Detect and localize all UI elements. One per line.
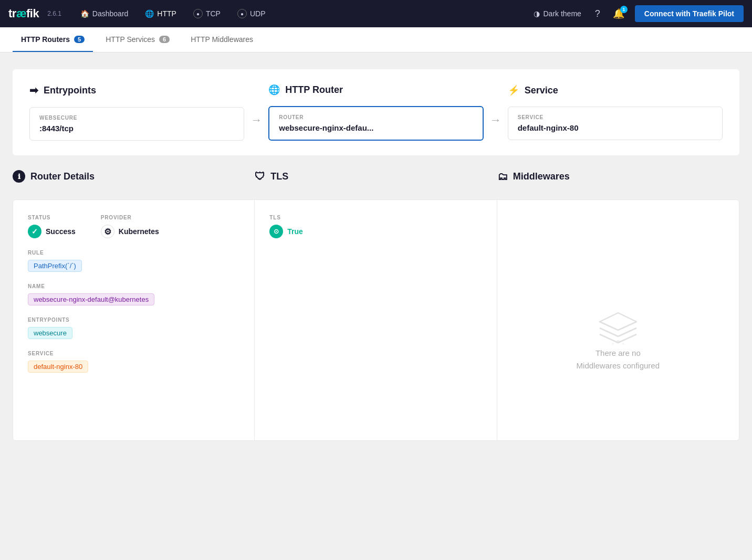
middlewares-header: 🗂 Middlewares bbox=[497, 170, 739, 183]
section-titles-row: ℹ Router Details 🛡 TLS 🗂 Middlewares bbox=[13, 170, 739, 191]
router-details-header: ℹ Router Details bbox=[13, 170, 255, 183]
middlewares-panel: There are no Middlewares configured bbox=[497, 199, 739, 441]
nav-http[interactable]: 🌐 HTTP bbox=[139, 6, 183, 21]
tls-panel: TLS ⊙ True bbox=[255, 199, 497, 441]
panels-row: STATUS ✓ Success PROVIDER ⚙ Kubernetes R… bbox=[13, 199, 739, 441]
services-count-badge: 6 bbox=[159, 36, 170, 43]
service-tag: default-nginx-80 bbox=[28, 361, 88, 373]
nav-tcp[interactable]: ● TCP bbox=[187, 6, 227, 22]
middlewares-empty-state: There are no Middlewares configured bbox=[512, 257, 724, 426]
router-header: 🌐 HTTP Router bbox=[268, 84, 483, 96]
kubernetes-icon: ⚙ bbox=[101, 225, 114, 238]
logo-text: træfik bbox=[8, 7, 39, 20]
entrypoints-tag: websecure bbox=[28, 327, 72, 339]
main-content: ➡ Entrypoints WEBSECURE :8443/tcp → 🌐 HT… bbox=[0, 52, 752, 560]
svg-point-3 bbox=[622, 343, 624, 345]
router-details-panel: STATUS ✓ Success PROVIDER ⚙ Kubernetes R… bbox=[13, 199, 255, 441]
service-card[interactable]: SERVICE default-nginx-80 bbox=[508, 107, 723, 140]
tab-http-routers[interactable]: HTTP Routers 5 bbox=[13, 27, 93, 52]
name-tag: websecure-nginx-default@kubernetes bbox=[28, 293, 154, 305]
status-value: ✓ Success bbox=[28, 225, 76, 238]
nav-udp[interactable]: ● UDP bbox=[231, 6, 272, 22]
provider-item: PROVIDER ⚙ Kubernetes bbox=[101, 215, 159, 238]
layers-empty-icon bbox=[594, 310, 642, 347]
tcp-icon: ● bbox=[193, 9, 203, 18]
tls-status: ⊙ True bbox=[269, 225, 482, 238]
shield-icon: 🛡 bbox=[255, 171, 265, 183]
tls-check-icon: ⊙ bbox=[269, 225, 283, 238]
question-icon: ? bbox=[595, 8, 600, 19]
arrow-2: → bbox=[490, 113, 502, 127]
entrypoints-row: ENTRYPOINTS websecure bbox=[28, 317, 239, 339]
globe-icon: 🌐 bbox=[145, 9, 154, 18]
nav-dashboard[interactable]: 🏠 Dashboard bbox=[74, 6, 135, 21]
flow-entrypoints-column: ➡ Entrypoints WEBSECURE :8443/tcp bbox=[29, 84, 244, 141]
dark-theme-toggle[interactable]: ◑ Dark theme bbox=[527, 6, 587, 21]
tls-header: 🛡 TLS bbox=[255, 170, 497, 183]
rule-row: RULE PathPrefix(`/`) bbox=[28, 250, 239, 272]
entrypoint-arrow-icon: ➡ bbox=[29, 84, 38, 97]
entrypoint-card[interactable]: WEBSECURE :8443/tcp bbox=[29, 107, 244, 141]
notifications-button[interactable]: 🔔 1 bbox=[608, 5, 630, 23]
status-item: STATUS ✓ Success bbox=[28, 215, 76, 238]
provider-value: ⚙ Kubernetes bbox=[101, 225, 159, 238]
info-icon: ℹ bbox=[13, 170, 25, 183]
router-card[interactable]: ROUTER websecure-nginx-defau... bbox=[268, 106, 483, 141]
tls-status-row: TLS ⊙ True bbox=[269, 215, 482, 238]
success-check-icon: ✓ bbox=[28, 225, 41, 238]
top-navigation: træfik 2.6.1 🏠 Dashboard 🌐 HTTP ● TCP ● … bbox=[0, 0, 752, 27]
flow-service-column: ⚡ Service SERVICE default-nginx-80 bbox=[508, 84, 723, 140]
svg-point-2 bbox=[612, 343, 614, 345]
tab-http-middlewares[interactable]: HTTP Middlewares bbox=[182, 27, 262, 52]
flow-router-column: 🌐 HTTP Router ROUTER websecure-nginx-def… bbox=[268, 84, 483, 141]
status-provider-row: STATUS ✓ Success PROVIDER ⚙ Kubernetes bbox=[28, 215, 239, 238]
service-row: SERVICE default-nginx-80 bbox=[28, 351, 239, 373]
sub-navigation: HTTP Routers 5 HTTP Services 6 HTTP Midd… bbox=[0, 27, 752, 52]
notification-badge: 1 bbox=[620, 6, 628, 13]
moon-icon: ◑ bbox=[534, 9, 540, 18]
name-row: NAME websecure-nginx-default@kubernetes bbox=[28, 283, 239, 305]
tab-http-services[interactable]: HTTP Services 6 bbox=[97, 27, 178, 52]
home-icon: 🏠 bbox=[80, 9, 89, 18]
middlewares-empty-text: There are no Middlewares configured bbox=[577, 347, 660, 372]
flow-row: ➡ Entrypoints WEBSECURE :8443/tcp → 🌐 HT… bbox=[29, 84, 723, 141]
connect-pilot-button[interactable]: Connect with Traefik Pilot bbox=[635, 5, 744, 22]
help-button[interactable]: ? bbox=[590, 5, 605, 23]
entrypoints-header: ➡ Entrypoints bbox=[29, 84, 244, 97]
lightning-icon: ⚡ bbox=[508, 84, 519, 96]
layers-icon: 🗂 bbox=[497, 171, 508, 183]
svg-point-1 bbox=[617, 340, 620, 343]
app-version: 2.6.1 bbox=[47, 10, 61, 17]
topnav-right: ◑ Dark theme ? 🔔 1 Connect with Traefik … bbox=[527, 5, 744, 23]
flow-section: ➡ Entrypoints WEBSECURE :8443/tcp → 🌐 HT… bbox=[13, 69, 739, 155]
app-logo: træfik bbox=[8, 7, 39, 20]
svg-marker-0 bbox=[600, 313, 636, 330]
routers-count-badge: 5 bbox=[74, 36, 85, 43]
service-header: ⚡ Service bbox=[508, 84, 723, 96]
globe-router-icon: 🌐 bbox=[268, 84, 280, 96]
arrow-1: → bbox=[250, 113, 262, 127]
rule-tag: PathPrefix(`/`) bbox=[28, 260, 82, 272]
udp-icon: ● bbox=[237, 9, 247, 18]
